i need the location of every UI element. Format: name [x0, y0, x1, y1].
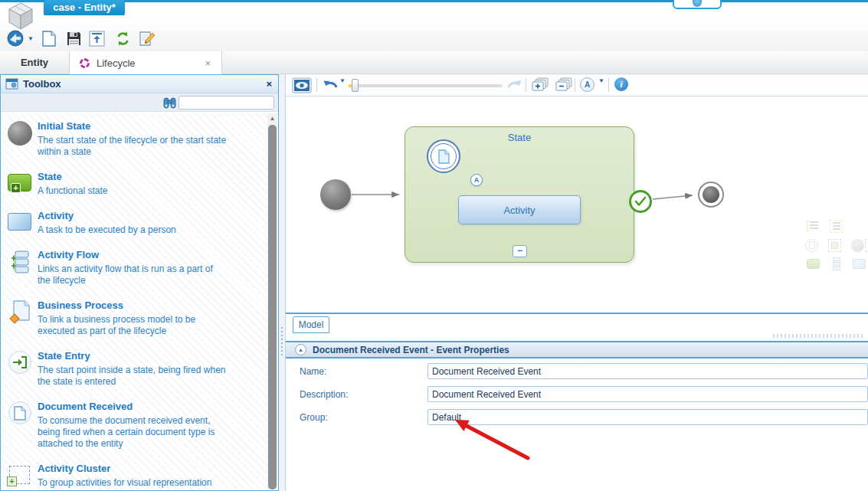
undo-caret-icon[interactable]: ▼ — [339, 77, 346, 84]
item-desc: To link a business process model to be e… — [38, 314, 228, 337]
annotation-button[interactable]: A — [580, 77, 594, 92]
item-desc: A task to be executed by a person — [38, 224, 228, 236]
item-title: Initial State — [38, 119, 233, 133]
ghost-list-icon — [807, 220, 820, 233]
toolbox-item-document-received[interactable]: Document Received To consume the documen… — [2, 400, 267, 450]
publish-button[interactable] — [87, 29, 106, 47]
toolbox-panel: Toolbox × Initial State The start — [0, 74, 279, 491]
state-collapse-button[interactable]: − — [513, 245, 527, 257]
check-icon — [634, 196, 647, 207]
zoom-slider-track[interactable] — [349, 84, 503, 87]
lifecycle-canvas[interactable]: State A Activity − — [286, 97, 868, 314]
tab-lifecycle-label: Lifecycle — [97, 57, 136, 69]
collapse-ribbon-button[interactable] — [673, 0, 722, 9]
toolbox-item-state-entry[interactable]: State Entry The start point inside a sta… — [2, 349, 267, 388]
ghost-partial-icon — [865, 257, 868, 270]
document-received-icon — [8, 401, 31, 424]
edit-button[interactable] — [138, 29, 156, 47]
toolbox-item-list: Initial State The start state of the lif… — [2, 113, 267, 489]
properties-section-title: Document Received Event - Event Properti… — [313, 345, 509, 355]
separator — [575, 78, 575, 92]
activity-cluster-icon: + — [9, 466, 30, 484]
activity-flow-icon — [8, 250, 31, 274]
document-received-event-node[interactable] — [427, 139, 460, 173]
item-title: Activity Cluster — [38, 462, 233, 475]
final-state-core — [703, 186, 719, 203]
redo-button-disabled[interactable] — [506, 77, 522, 93]
collapse-all-button[interactable] — [555, 77, 573, 93]
toolbox-item-activity-cluster[interactable]: + Activity Cluster To group activities f… — [2, 462, 267, 489]
tab-model[interactable]: Model — [293, 316, 329, 333]
toolbox-header: Toolbox × — [1, 75, 278, 93]
description-label: Description: — [300, 389, 348, 400]
toolbox-search-input[interactable] — [179, 96, 274, 110]
ghost-green-state-icon — [807, 259, 820, 269]
flow-annotation-badge[interactable]: A — [470, 174, 483, 186]
description-input[interactable] — [427, 386, 868, 402]
preview-button[interactable] — [292, 77, 312, 93]
state-icon: + — [8, 174, 31, 191]
editor-tab-bar: Entity Lifecycle × — [0, 51, 868, 74]
close-tab-icon[interactable]: × — [205, 57, 211, 69]
scrollbar-thumb[interactable] — [268, 125, 277, 489]
new-document-button[interactable] — [40, 29, 58, 47]
toolbox-icon — [5, 78, 18, 90]
tab-entity[interactable]: Entity — [0, 51, 69, 74]
item-desc: The start state of the lifecycle or the … — [38, 135, 228, 158]
horizontal-splitter-grip[interactable] — [773, 334, 865, 338]
refresh-button[interactable] — [113, 29, 132, 47]
vertical-splitter[interactable] — [279, 74, 285, 491]
separator — [316, 78, 317, 92]
item-title: State — [38, 170, 233, 183]
save-button[interactable] — [64, 29, 83, 47]
separator — [526, 78, 526, 92]
expand-all-button[interactable] — [532, 77, 549, 93]
properties-section-header[interactable]: ▲ Document Received Event - Event Proper… — [286, 341, 868, 358]
item-desc: The start point inside a state, being fi… — [38, 365, 228, 388]
toolbox-search-row — [1, 93, 278, 112]
toolbox-item-activity[interactable]: Activity A task to be executed by a pers… — [2, 209, 267, 236]
scroll-up-icon[interactable]: ▲ — [267, 113, 277, 124]
document-tab[interactable]: case - Entity* — [44, 0, 125, 16]
tab-lifecycle[interactable]: Lifecycle × — [69, 51, 222, 75]
transition-check-badge[interactable] — [629, 190, 652, 213]
app-cube-icon — [6, 2, 35, 35]
application-window: case - Entity* ▼ — [0, 0, 868, 491]
item-desc: A functional state — [38, 185, 228, 197]
ghost-list-dashed-icon — [830, 220, 843, 233]
group-label: Group: — [300, 412, 328, 423]
document-icon — [438, 149, 450, 164]
properties-panel: Model ▲ Document Received Event - Event … — [286, 314, 868, 489]
group-input[interactable] — [427, 409, 868, 425]
final-state-node[interactable] — [698, 182, 724, 208]
initial-state-node[interactable] — [320, 179, 351, 210]
accent-line — [0, 0, 868, 2]
toolbox-item-activity-flow[interactable]: Activity Flow Links an activity flow tha… — [2, 248, 267, 286]
toolbox-title: Toolbox — [23, 78, 61, 90]
info-button[interactable]: i — [614, 77, 628, 91]
lifecycle-icon — [80, 58, 90, 68]
item-title: Activity — [38, 209, 233, 222]
zoom-slider-handle[interactable] — [352, 79, 359, 92]
name-label: Name: — [300, 366, 326, 377]
ghost-partial-icon — [865, 239, 868, 252]
section-collapse-icon[interactable]: ▲ — [295, 344, 306, 355]
undo-button[interactable] — [323, 77, 339, 93]
collapse-ribbon-icon — [693, 0, 702, 7]
name-input[interactable] — [427, 363, 868, 379]
item-title: State Entry — [38, 349, 233, 362]
toolbox-item-state[interactable]: + State A functional state — [2, 170, 267, 197]
activity-node[interactable]: Activity — [458, 195, 581, 224]
ghost-flow-icon — [830, 257, 843, 270]
item-title: Activity Flow — [38, 248, 233, 261]
toolbox-scrollbar[interactable]: ▲ — [267, 113, 277, 489]
annotation-caret-icon[interactable]: ▼ — [598, 77, 604, 84]
ghost-state-icon — [851, 239, 864, 252]
toolbox-item-business-process[interactable]: Business Process To link a business proc… — [2, 299, 267, 337]
toolbox-close-icon[interactable]: × — [266, 78, 272, 90]
item-desc: To consume the document received event, … — [38, 415, 228, 450]
initial-state-icon — [8, 121, 32, 146]
item-desc: To group activities for visual represent… — [38, 477, 228, 489]
item-title: Document Received — [38, 400, 233, 413]
toolbox-item-initial-state[interactable]: Initial State The start state of the lif… — [2, 119, 267, 158]
